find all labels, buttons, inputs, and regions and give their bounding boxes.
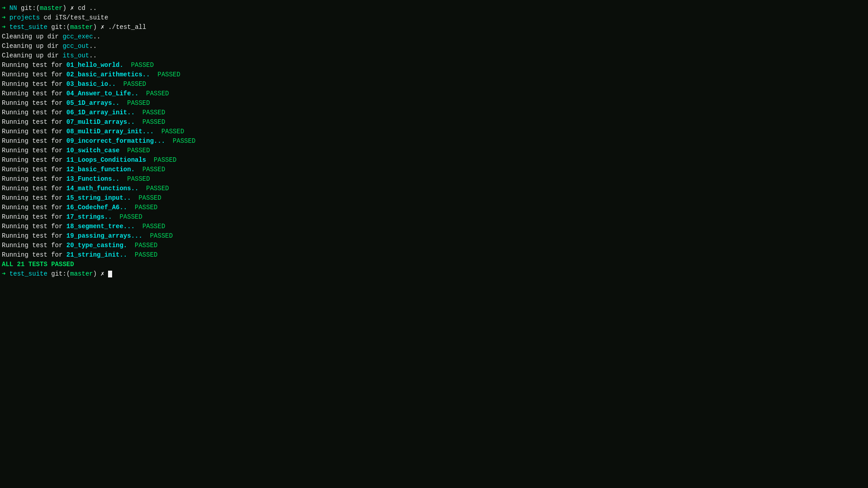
line-test14: Running test for 14_math_functions.. PAS… [2,184,866,193]
line-test13: Running test for 13_Functions.. PASSED [2,174,866,184]
line-test11: Running test for 11_Loops_Conditionals P… [2,155,866,165]
line-test18: Running test for 18_segment_tree... PASS… [2,222,866,231]
line-test04: Running test for 04_Answer_to_Life.. PAS… [2,89,866,99]
line-test15: Running test for 15_string_input.. PASSE… [2,193,866,203]
line-test05: Running test for 05_1D_arrays.. PASSED [2,99,866,108]
terminal: ➜ NN git:(master) ✗ cd ..➜ projects cd i… [2,4,866,484]
line-clean3: Cleaning up dir its_out.. [2,51,866,61]
line-test01: Running test for 01_hello_world. PASSED [2,61,866,70]
line-test16: Running test for 16_Codechef_A6.. PASSED [2,203,866,212]
line-test17: Running test for 17_strings.. PASSED [2,212,866,222]
line-clean2: Cleaning up dir gcc_out.. [2,42,866,51]
line-test03: Running test for 03_basic_io.. PASSED [2,80,866,89]
line-test09: Running test for 09_incorrect_formatting… [2,136,866,146]
line-test06: Running test for 06_1D_array_init.. PASS… [2,108,866,117]
line-cd: ➜ NN git:(master) ✗ cd .. [2,4,866,13]
line-test08: Running test for 08_multiD_array_init...… [2,127,866,136]
line-test10: Running test for 10_switch_case PASSED [2,146,866,155]
line-test-suite: ➜ test_suite git:(master) ✗ ./test_all [2,23,866,32]
line-test12: Running test for 12_basic_function. PASS… [2,165,866,174]
line-prompt-final: ➜ test_suite git:(master) ✗ [2,269,866,279]
line-test20: Running test for 20_type_casting. PASSED [2,241,866,250]
terminal-cursor [108,271,112,277]
line-test02: Running test for 02_basic_arithmetics.. … [2,70,866,80]
line-test21: Running test for 21_string_init.. PASSED [2,250,866,260]
line-projects: ➜ projects cd iTS/test_suite [2,13,866,23]
line-test07: Running test for 07_multiD_arrays.. PASS… [2,117,866,127]
line-clean1: Cleaning up dir gcc_exec.. [2,32,866,42]
line-test19: Running test for 19_passing_arrays... PA… [2,231,866,241]
line-all-passed: ALL 21 TESTS PASSED [2,260,866,269]
